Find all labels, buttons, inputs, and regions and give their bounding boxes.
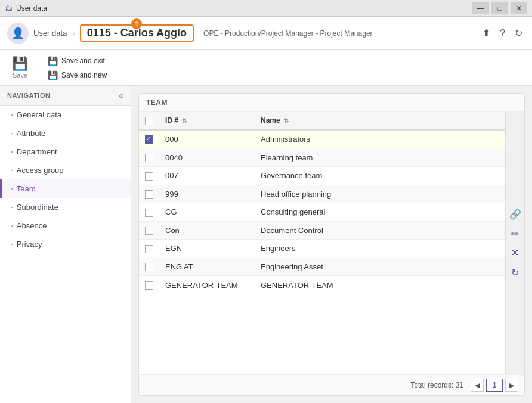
table-container[interactable]: ID # ⇅ Name ⇅ 000Administrators0040Elear… xyxy=(139,112,505,374)
row-id-cell: CG xyxy=(159,203,255,222)
total-records: Total records: 31 xyxy=(410,381,463,389)
refresh-button[interactable]: ↻ xyxy=(512,25,525,41)
sidebar-item-label: Department xyxy=(17,147,57,156)
next-page-button[interactable]: ▶ xyxy=(505,379,518,392)
table-row[interactable]: 000Administrators xyxy=(139,130,505,148)
row-checkbox[interactable] xyxy=(145,190,153,199)
row-checkbox-cell xyxy=(139,148,159,167)
id-sort-icon[interactable]: ⇅ xyxy=(182,117,187,124)
sidebar-item-label: General data xyxy=(17,110,61,119)
save-and-exit-button[interactable]: 💾 Save and exit xyxy=(45,55,109,67)
table-row[interactable]: EGNEngineers xyxy=(139,240,505,258)
user-icon: 👤 xyxy=(11,27,24,40)
row-name-cell: Head office planning xyxy=(255,185,505,203)
prev-page-button[interactable]: ◀ xyxy=(471,379,484,392)
table-header-row: ID # ⇅ Name ⇅ xyxy=(139,112,505,130)
view-tool-button[interactable]: 👁 xyxy=(508,244,522,262)
row-checkbox[interactable] xyxy=(145,154,153,162)
row-id-cell: Con xyxy=(159,221,255,240)
name-sort-icon[interactable]: ⇅ xyxy=(284,117,289,124)
current-page: 1 xyxy=(486,379,503,392)
sidebar-item-team[interactable]: • Team xyxy=(0,179,131,198)
row-name-cell: Document Control xyxy=(255,221,505,240)
title-bar-icon: 🗂 xyxy=(5,4,13,13)
sidebar: NAVIGATION « • General data • Attribute … xyxy=(0,86,131,403)
sidebar-item-privacy[interactable]: • Privacy xyxy=(0,235,131,253)
header: 👤 User data › 1 0115 - Carlos Aggio OPE … xyxy=(0,17,532,50)
row-checkbox-cell xyxy=(139,221,159,240)
minimize-button[interactable]: — xyxy=(472,2,489,14)
edit-tool-button[interactable]: ✏ xyxy=(509,225,521,243)
pagination: Total records: 31 ◀ 1 ▶ xyxy=(139,374,524,395)
title-bar-text: User data xyxy=(16,4,472,13)
save-toolbar-item[interactable]: 💾 Save xyxy=(7,57,33,79)
sidebar-item-general-data[interactable]: • General data xyxy=(0,106,131,124)
row-id-cell: 999 xyxy=(159,185,255,203)
row-id-cell: 000 xyxy=(159,130,255,148)
row-checkbox[interactable] xyxy=(145,281,153,290)
table-row[interactable]: ENG ATEngineering Asset xyxy=(139,258,505,276)
sidebar-item-access-group[interactable]: • Access group xyxy=(0,161,131,179)
sidebar-item-department[interactable]: • Department xyxy=(0,142,131,161)
row-checkbox[interactable] xyxy=(145,209,153,217)
sidebar-item-absence[interactable]: • Absence xyxy=(0,216,131,235)
scroll-up-button[interactable]: ⬆ xyxy=(480,25,493,41)
row-name-cell: GENERATOR-TEAM xyxy=(255,276,505,294)
table-row[interactable]: GENERATOR-TEAMGENERATOR-TEAM xyxy=(139,276,505,294)
help-button[interactable]: ? xyxy=(497,26,508,41)
sidebar-item-subordinate[interactable]: • Subordinate xyxy=(0,198,131,216)
panel-header: TEAM xyxy=(139,94,524,112)
refresh-tool-button[interactable]: ↻ xyxy=(509,264,521,282)
name-header-label: Name xyxy=(261,116,280,125)
title-bar-controls: — □ ✕ xyxy=(472,2,527,14)
save-new-icon: 💾 xyxy=(48,70,58,80)
row-checkbox-cell xyxy=(139,240,159,258)
row-checkbox[interactable] xyxy=(145,245,153,253)
link-tool-button[interactable]: 🔗 xyxy=(507,205,524,224)
row-checkbox-cell xyxy=(139,276,159,294)
row-name-cell: Governance team xyxy=(255,166,505,185)
sidebar-collapse-button[interactable]: « xyxy=(119,91,123,100)
dot-icon: • xyxy=(11,149,13,154)
table-row[interactable]: 999Head office planning xyxy=(139,185,505,203)
row-checkbox[interactable] xyxy=(145,172,153,181)
row-checkbox[interactable] xyxy=(145,227,153,235)
dot-icon: • xyxy=(11,186,13,191)
header-name-col: Name ⇅ xyxy=(255,112,505,130)
close-button[interactable]: ✕ xyxy=(511,2,527,14)
table-row[interactable]: 007Governance team xyxy=(139,166,505,185)
sidebar-header-label: NAVIGATION xyxy=(7,92,50,99)
toolbar-sub-actions: 💾 Save and exit 💾 Save and new xyxy=(43,55,112,81)
header-checkbox[interactable] xyxy=(145,117,153,125)
sidebar-item-label: Privacy xyxy=(17,240,42,249)
row-id-cell: GENERATOR-TEAM xyxy=(159,276,255,294)
maximize-button[interactable]: □ xyxy=(491,2,508,14)
save-and-new-button[interactable]: 💾 Save and new xyxy=(45,69,109,81)
sidebar-item-label: Attribute xyxy=(17,129,45,138)
sidebar-item-label: Absence xyxy=(17,221,47,230)
row-checkbox[interactable] xyxy=(145,263,153,271)
row-id-cell: ENG AT xyxy=(159,258,255,276)
row-checkbox-cell xyxy=(139,166,159,185)
row-name-cell: Elearning team xyxy=(255,148,505,167)
team-table: ID # ⇅ Name ⇅ 000Administrators0040Elear… xyxy=(139,112,505,294)
table-row[interactable]: ConDocument Control xyxy=(139,221,505,240)
row-checkbox-cell xyxy=(139,203,159,222)
table-row[interactable]: 0040Elearning team xyxy=(139,148,505,167)
header-actions: ⬆ ? ↻ xyxy=(480,25,525,41)
save-button[interactable]: 💾 xyxy=(12,57,28,70)
row-name-cell: Engineering Asset xyxy=(255,258,505,276)
user-avatar: 👤 xyxy=(7,23,29,44)
save-label: Save xyxy=(13,72,27,79)
header-separator: › xyxy=(72,28,75,39)
row-checkbox-cell xyxy=(139,258,159,276)
table-row[interactable]: CGConsulting general xyxy=(139,203,505,222)
sidebar-item-attribute[interactable]: • Attribute xyxy=(0,124,131,142)
dot-icon: • xyxy=(11,131,13,136)
row-checkbox-cell xyxy=(139,185,159,203)
row-checkbox[interactable] xyxy=(145,135,153,144)
sidebar-item-label: Team xyxy=(17,184,36,193)
dot-icon: • xyxy=(11,223,13,228)
dot-icon: • xyxy=(11,112,13,117)
sidebar-header: NAVIGATION « xyxy=(0,86,131,106)
